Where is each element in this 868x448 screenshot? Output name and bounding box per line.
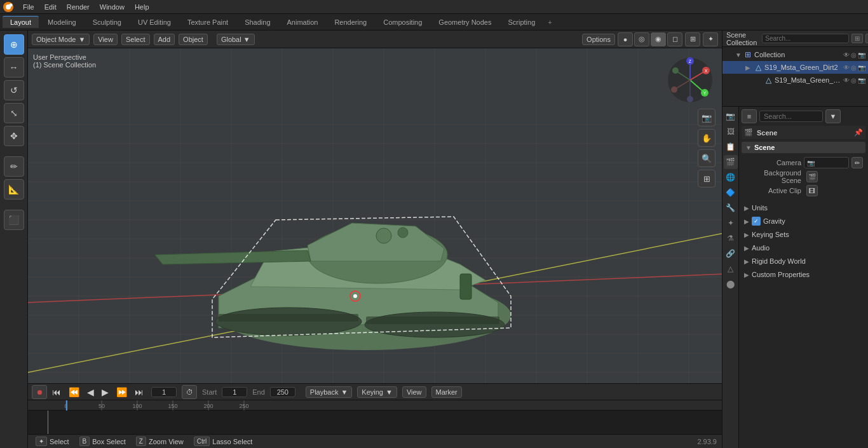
jump-start-btn[interactable]: ⏮ — [50, 386, 64, 398]
render-icon[interactable]: 📷 — [858, 64, 865, 71]
eye-icon[interactable]: 👁 — [843, 77, 850, 84]
collection-btn[interactable]: ⊞ — [698, 170, 715, 187]
marker-dropdown[interactable]: Marker — [431, 386, 462, 398]
navigation-gizmo[interactable]: Z X Y — [665, 55, 715, 105]
playback-dropdown[interactable]: Playback ▼ — [306, 386, 353, 398]
list-item[interactable]: ▶ △ S19_Msta_Green_Dirt2 👁 ◎ 📷 — [722, 61, 868, 74]
render-icon[interactable]: 📷 — [858, 51, 865, 58]
scene-props-btn[interactable]: 🎬 — [724, 155, 738, 169]
outliner-filter-btn[interactable]: ⊞ — [851, 34, 863, 43]
measure-tool-button[interactable]: 📐 — [4, 179, 24, 200]
camera-view-btn[interactable]: 📷 — [698, 109, 715, 126]
cursor-tool-button[interactable]: ⊕ — [4, 34, 24, 55]
select-menu[interactable]: Select — [121, 34, 150, 45]
tab-rendering[interactable]: Rendering — [327, 17, 374, 28]
world-props-btn[interactable]: 🌐 — [724, 170, 738, 184]
solid-shading-btn[interactable]: ● — [618, 32, 633, 46]
units-section-toggle[interactable]: ▶ Units — [742, 201, 865, 214]
material-shading-btn[interactable]: ◎ — [634, 32, 649, 46]
particles-props-btn[interactable]: ✦ — [724, 216, 738, 230]
viewport-canvas[interactable]: User Perspective (1) Scene Collection Z … — [28, 48, 722, 383]
play-btn[interactable]: ▶ — [99, 386, 111, 398]
scale-tool-button[interactable]: ⤡ — [4, 103, 24, 123]
camera-value[interactable]: 📷 — [804, 157, 849, 168]
object-data-props-btn[interactable]: △ — [724, 262, 738, 276]
annotate-tool-button[interactable]: ✏ — [4, 156, 24, 177]
active-clip-icon[interactable]: 🎞 — [806, 185, 818, 196]
outliner-sync-btn[interactable]: ↺ — [865, 34, 868, 43]
camera-eyedropper-btn[interactable]: ✏ — [851, 157, 863, 168]
pivot-dropdown[interactable]: Global ▼ — [217, 34, 255, 45]
wireframe-shading-btn[interactable]: ◻ — [667, 32, 682, 46]
step-back-btn[interactable]: ⏪ — [66, 386, 82, 398]
tab-modeling[interactable]: Modeling — [40, 17, 84, 28]
tab-compositing[interactable]: Compositing — [376, 17, 430, 28]
timeline-body[interactable] — [28, 411, 722, 434]
rigid-body-world-section-toggle[interactable]: ▶ Rigid Body World — [742, 255, 865, 268]
view-menu[interactable]: View — [93, 34, 118, 45]
list-item[interactable]: ▼ ⊞ Collection 👁 ◎ 📷 — [722, 48, 868, 61]
menu-edit[interactable]: Edit — [39, 2, 62, 12]
eye-icon[interactable]: 👁 — [843, 64, 850, 71]
tab-animation[interactable]: Animation — [280, 17, 326, 28]
props-filter-btn[interactable]: ▼ — [825, 109, 841, 123]
tab-geometry-nodes[interactable]: Geometry Nodes — [431, 17, 499, 28]
scene-section-toggle[interactable]: ▼ Scene — [742, 142, 865, 153]
end-frame-field[interactable]: 250 — [270, 387, 295, 397]
tab-texture-paint[interactable]: Texture Paint — [180, 17, 236, 28]
props-search-input[interactable] — [759, 111, 823, 122]
transform-tool-button[interactable]: ✥ — [4, 126, 24, 146]
props-menu-btn[interactable]: ≡ — [742, 109, 757, 123]
select-icon[interactable]: ◎ — [851, 51, 857, 58]
custom-properties-section-toggle[interactable]: ▶ Custom Properties — [742, 268, 865, 281]
tab-uv-editing[interactable]: UV Editing — [130, 17, 179, 28]
object-menu[interactable]: Object — [179, 34, 208, 45]
gizmo-btn[interactable]: ✦ — [703, 32, 718, 46]
view-layer-props-btn[interactable]: 📋 — [724, 140, 738, 154]
zoom-btn[interactable]: 🔍 — [698, 149, 715, 167]
gravity-section-toggle[interactable]: ▶ ✓ Gravity — [742, 215, 865, 227]
menu-render[interactable]: Render — [62, 2, 95, 12]
physics-props-btn[interactable]: ⚗ — [724, 231, 738, 245]
menu-file[interactable]: File — [18, 2, 39, 12]
overlay-btn[interactable]: ⊞ — [685, 32, 700, 46]
current-frame-field[interactable]: 1 — [151, 387, 177, 397]
add-cube-tool-button[interactable]: ⬛ — [4, 210, 24, 230]
restrict-icon[interactable]: ◎ — [851, 64, 857, 71]
list-item[interactable]: △ S19_Msta_Green_Dirt2_0 👁 ◎ 📷 — [722, 74, 868, 86]
tab-sculpting[interactable]: Sculpting — [85, 17, 129, 28]
gravity-checkbox[interactable]: ✓ — [752, 217, 761, 226]
mode-dropdown[interactable]: Object Mode ▼ — [32, 34, 90, 45]
eye-icon[interactable]: 👁 — [843, 51, 850, 58]
render-props-btn[interactable]: 📷 — [724, 109, 738, 123]
render-icon[interactable]: 📷 — [858, 77, 865, 84]
step-forward-btn[interactable]: ⏩ — [114, 386, 130, 398]
constraints-props-btn[interactable]: 🔗 — [724, 247, 738, 261]
rendered-shading-btn[interactable]: ◉ — [651, 32, 666, 46]
add-menu[interactable]: Add — [154, 34, 175, 45]
add-workspace-button[interactable]: + — [544, 17, 555, 27]
move-tool-button[interactable]: ↔ — [4, 57, 24, 78]
start-frame-field[interactable]: 1 — [222, 387, 247, 397]
frame-time-toggle[interactable]: ⏱ — [182, 385, 197, 399]
audio-section-toggle[interactable]: ▶ Audio — [742, 241, 865, 254]
jump-end-btn[interactable]: ⏭ — [132, 386, 146, 398]
output-props-btn[interactable]: 🖼 — [724, 125, 738, 139]
options-button[interactable]: Options — [582, 34, 615, 45]
rotate-tool-button[interactable]: ↺ — [4, 80, 24, 100]
menu-help[interactable]: Help — [130, 2, 154, 12]
record-btn[interactable]: ⏺ — [32, 385, 47, 399]
pin-icon[interactable]: 📌 — [854, 128, 863, 137]
menu-window[interactable]: Window — [95, 2, 130, 12]
material-props-btn[interactable]: ⬤ — [724, 277, 738, 291]
tab-layout[interactable]: Layout — [3, 16, 39, 28]
play-reverse-btn[interactable]: ◀ — [85, 386, 97, 398]
restrict-icon[interactable]: ◎ — [851, 77, 857, 84]
outliner-search-input[interactable] — [762, 34, 849, 43]
tab-scripting[interactable]: Scripting — [500, 17, 543, 28]
timeline-view-dropdown[interactable]: View — [402, 386, 426, 398]
modifier-props-btn[interactable]: 🔧 — [724, 201, 738, 215]
background-scene-icon[interactable]: 🎬 — [806, 171, 818, 182]
keying-dropdown[interactable]: Keying ▼ — [357, 386, 397, 398]
tab-shading[interactable]: Shading — [237, 17, 278, 28]
